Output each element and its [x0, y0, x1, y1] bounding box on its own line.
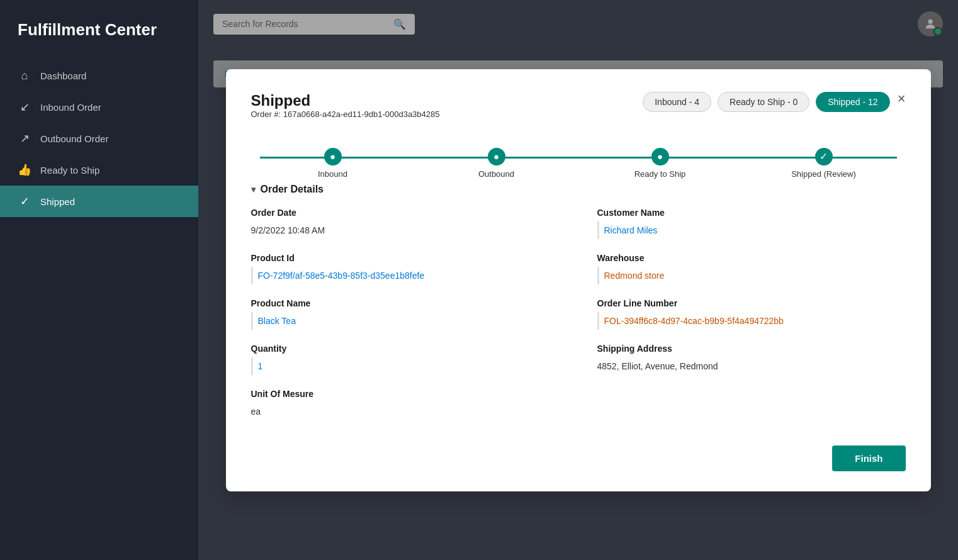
sidebar-item-shipped[interactable]: ✓ Shipped: [0, 186, 198, 217]
order-id-label: Order #:: [251, 109, 281, 119]
stepper-label-shipped-review: Shipped (Review): [791, 169, 856, 179]
details-right: Customer Name Richard Miles Warehouse Re…: [597, 208, 906, 434]
sidebar-item-label: Inbound Order: [40, 102, 101, 113]
quantity-value: 1: [251, 357, 560, 375]
modal: Shipped Order #: 167a0668-a42a-ed11-9db1…: [226, 69, 931, 491]
sidebar-item-label: Outbound Order: [40, 133, 108, 144]
order-line-number-label: Order Line Number: [597, 298, 906, 308]
sidebar: Fulfillment Center ⌂ Dashboard ↙ Inbound…: [0, 0, 198, 560]
outbound-icon: ↗: [18, 132, 31, 145]
sidebar-title: Fulfillment Center: [0, 0, 198, 60]
sidebar-item-label: Shipped: [40, 196, 75, 207]
stepper-step-ready-to-ship: ● Ready to Ship: [578, 148, 742, 179]
unit-of-mesure-row: Unit Of Mesure ea: [251, 389, 560, 420]
unit-of-mesure-label: Unit Of Mesure: [251, 389, 560, 399]
modal-title-block: Shipped Order #: 167a0668-a42a-ed11-9db1…: [251, 92, 440, 130]
product-id-row: Product Id FO-72f9f/af-58e5-43b9-85f3-d3…: [251, 253, 560, 284]
sidebar-item-label: Dashboard: [40, 70, 86, 81]
order-id-value: 167a0668-a42a-ed11-9db1-000d3a3b4285: [283, 109, 440, 119]
shipping-address-label: Shipping Address: [597, 344, 906, 354]
quantity-row: Quantity 1: [251, 344, 560, 375]
shipping-address-value: 4852, Elliot, Avenue, Redmond: [597, 357, 906, 375]
customer-name-label: Customer Name: [597, 208, 906, 218]
quantity-label: Quantity: [251, 344, 560, 354]
customer-name-value: Richard Miles: [597, 221, 906, 239]
main-content: 🔍 FO-395ec60c-1831-4cd3-af9f-02ca202c6f5…: [198, 0, 958, 560]
stepper-dot-shipped-review: ✓: [815, 148, 833, 165]
order-line-number-row: Order Line Number FOL-394ff6c8-4d97-4cac…: [597, 298, 906, 330]
order-date-label: Order Date: [251, 208, 560, 218]
shipping-address-row: Shipping Address 4852, Elliot, Avenue, R…: [597, 344, 906, 375]
stepper-label-outbound: Outbound: [478, 169, 514, 179]
pill-ready-to-ship[interactable]: Ready to Ship - 0: [718, 92, 809, 112]
sidebar-nav: ⌂ Dashboard ↙ Inbound Order ↗ Outbound O…: [0, 60, 198, 217]
unit-of-mesure-value: ea: [251, 403, 560, 420]
modal-overlay: Shipped Order #: 167a0668-a42a-ed11-9db1…: [198, 0, 958, 560]
status-pills: Inbound - 4 Ready to Ship - 0 Shipped - …: [643, 92, 889, 112]
pill-inbound[interactable]: Inbound - 4: [643, 92, 711, 112]
stepper-dot-outbound: ●: [488, 148, 505, 165]
stepper-label-ready-to-ship: Ready to Ship: [634, 169, 686, 179]
finish-button[interactable]: Finish: [832, 445, 905, 471]
details-left: Order Date 9/2/2022 10:48 AM Product Id …: [251, 208, 560, 434]
sidebar-item-outbound-order[interactable]: ↗ Outbound Order: [0, 123, 198, 154]
product-id-label: Product Id: [251, 253, 560, 263]
modal-header: Shipped Order #: 167a0668-a42a-ed11-9db1…: [251, 92, 906, 130]
product-name-value: Black Tea: [251, 312, 560, 330]
shipped-check-icon: ✓: [18, 194, 31, 208]
product-name-label: Product Name: [251, 298, 560, 308]
stepper-label-inbound: Inbound: [318, 169, 347, 179]
order-details-toggle[interactable]: ▾ Order Details: [251, 184, 906, 195]
warehouse-label: Warehouse: [597, 253, 906, 263]
customer-name-row: Customer Name Richard Miles: [597, 208, 906, 239]
pill-shipped[interactable]: Shipped - 12: [816, 92, 889, 112]
order-date-row: Order Date 9/2/2022 10:48 AM: [251, 208, 560, 239]
stepper: ● Inbound ● Outbound ● Ready to Ship ✓ S…: [251, 148, 906, 179]
stepper-step-inbound: ● Inbound: [251, 148, 415, 179]
modal-header-right: Inbound - 4 Ready to Ship - 0 Shipped - …: [643, 92, 905, 112]
modal-footer: Finish: [251, 445, 906, 471]
warehouse-value: Redmond store: [597, 267, 906, 284]
sidebar-item-label: Ready to Ship: [40, 165, 99, 176]
sidebar-item-inbound-order[interactable]: ↙ Inbound Order: [0, 91, 198, 123]
order-line-number-value: FOL-394ff6c8-4d97-4cac-b9b9-5f4a494722bb: [597, 312, 906, 330]
warehouse-row: Warehouse Redmond store: [597, 253, 906, 284]
order-details-label: Order Details: [261, 184, 324, 195]
modal-title: Shipped: [251, 92, 440, 109]
stepper-dot-inbound: ●: [324, 148, 342, 165]
stepper-step-shipped-review: ✓ Shipped (Review): [742, 148, 906, 179]
inbound-icon: ↙: [18, 100, 31, 114]
thumbsup-icon: 👍: [18, 163, 31, 177]
chevron-down-icon: ▾: [251, 184, 256, 194]
sidebar-item-ready-to-ship[interactable]: 👍 Ready to Ship: [0, 154, 198, 186]
stepper-dot-ready-to-ship: ●: [651, 148, 669, 165]
home-icon: ⌂: [18, 69, 31, 82]
modal-order-id: Order #: 167a0668-a42a-ed11-9db1-000d3a3…: [251, 109, 440, 119]
order-date-value: 9/2/2022 10:48 AM: [251, 221, 560, 239]
product-name-row: Product Name Black Tea: [251, 298, 560, 330]
sidebar-item-dashboard[interactable]: ⌂ Dashboard: [0, 60, 198, 91]
close-button[interactable]: ×: [898, 92, 906, 106]
details-grid: Order Date 9/2/2022 10:48 AM Product Id …: [251, 208, 906, 434]
product-id-value: FO-72f9f/af-58e5-43b9-85f3-d35ee1b8fefe: [251, 267, 560, 284]
stepper-step-outbound: ● Outbound: [415, 148, 578, 179]
